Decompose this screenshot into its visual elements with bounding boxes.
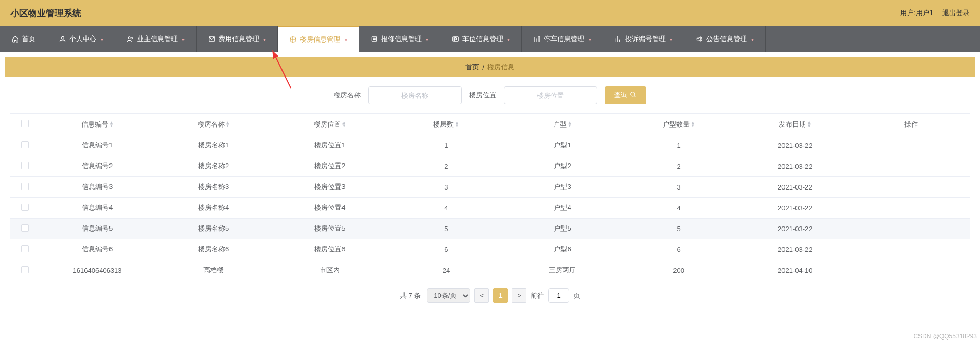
content-wrap: 首页 / 楼房信息 楼房名称 楼房位置 查询 信息编号楼房名称楼房位置楼层数户型… bbox=[0, 52, 980, 315]
nav-label: 楼房信息管理 bbox=[300, 35, 340, 44]
page-size-select[interactable]: 10条/页 bbox=[427, 288, 470, 303]
nav-item-2[interactable]: 业主信息管理▾ bbox=[115, 26, 197, 52]
search-name-input[interactable] bbox=[368, 86, 462, 104]
search-pos-input[interactable] bbox=[504, 86, 597, 104]
user-info[interactable]: 用户:用户1 bbox=[900, 8, 933, 18]
nav-label: 投诉编号管理 bbox=[625, 34, 666, 44]
table-row[interactable]: 信息编号6楼房名称6楼房位置66户型662021-03-22 bbox=[10, 239, 970, 260]
table-row[interactable]: 信息编号4楼房名称4楼房位置44户型442021-03-22 bbox=[10, 197, 970, 218]
page-jump-prefix: 前往 bbox=[531, 291, 544, 300]
table-row[interactable]: 信息编号1楼房名称1楼房位置11户型112021-03-22 bbox=[10, 135, 970, 156]
sort-icon[interactable] bbox=[691, 121, 695, 128]
nav-label: 费用信息管理 bbox=[218, 34, 259, 44]
data-table: 信息编号楼房名称楼房位置楼层数户型户型数量发布日期操作 信息编号1楼房名称1楼房… bbox=[10, 114, 970, 281]
complaint-icon bbox=[615, 35, 622, 43]
cell-name: 楼房名称6 bbox=[155, 239, 272, 260]
nav-item-8[interactable]: 投诉编号管理▾ bbox=[603, 26, 684, 52]
nav-item-1[interactable]: 个人中心▾ bbox=[47, 26, 115, 52]
nav-item-5[interactable]: 报修信息管理▾ bbox=[359, 26, 440, 52]
cell-date: 2021-03-22 bbox=[737, 218, 853, 239]
table-wrap: 信息编号楼房名称楼房位置楼层数户型户型数量发布日期操作 信息编号1楼房名称1楼房… bbox=[10, 113, 970, 281]
page-next-button[interactable]: > bbox=[512, 288, 526, 303]
row-checkbox[interactable] bbox=[21, 245, 29, 252]
app-title: 小区物业管理系统 bbox=[10, 7, 81, 19]
sort-icon[interactable] bbox=[226, 121, 230, 128]
col-header[interactable]: 楼房位置 bbox=[272, 114, 388, 135]
row-checkbox[interactable] bbox=[21, 141, 29, 148]
search-button[interactable]: 查询 bbox=[605, 86, 646, 104]
search-pos-label: 楼房位置 bbox=[469, 91, 496, 100]
row-checkbox[interactable] bbox=[21, 224, 29, 232]
nav-label: 首页 bbox=[22, 34, 35, 44]
sort-icon[interactable] bbox=[342, 121, 346, 128]
col-header[interactable]: 户型 bbox=[505, 114, 621, 135]
cell-name: 楼房名称1 bbox=[155, 135, 272, 156]
nav-label: 车位信息管理 bbox=[462, 34, 503, 44]
cell-name: 楼房名称5 bbox=[155, 218, 272, 239]
nav-item-3[interactable]: 费用信息管理▾ bbox=[197, 26, 278, 52]
nav-item-7[interactable]: 停车信息管理▾ bbox=[522, 26, 603, 52]
cell-id: 信息编号3 bbox=[39, 176, 155, 197]
page-number-button[interactable]: 1 bbox=[493, 288, 508, 303]
page-jump-input[interactable] bbox=[548, 288, 569, 303]
col-header[interactable]: 楼房名称 bbox=[155, 114, 272, 135]
row-checkbox[interactable] bbox=[21, 204, 29, 211]
nav-item-6[interactable]: 车位信息管理▾ bbox=[440, 26, 522, 52]
nav-item-9[interactable]: 公告信息管理▾ bbox=[684, 26, 766, 52]
svg-point-2 bbox=[62, 36, 64, 39]
cell-count: 3 bbox=[621, 176, 737, 197]
page-jump-suffix: 页 bbox=[573, 291, 580, 300]
svg-line-17 bbox=[634, 95, 636, 97]
cell-pos: 市区内 bbox=[272, 260, 388, 281]
svg-point-4 bbox=[131, 37, 132, 39]
sort-icon[interactable] bbox=[455, 121, 459, 128]
col-label: 楼层数 bbox=[433, 120, 454, 128]
search-icon bbox=[630, 91, 637, 100]
breadcrumb: 首页 / 楼房信息 bbox=[5, 57, 975, 77]
col-header[interactable]: 信息编号 bbox=[39, 114, 155, 135]
chevron-down-icon: ▾ bbox=[589, 36, 591, 42]
owner-icon bbox=[127, 35, 134, 43]
chevron-down-icon: ▾ bbox=[670, 36, 672, 42]
home-icon bbox=[11, 35, 19, 43]
table-row[interactable]: 信息编号3楼房名称3楼房位置33户型332021-03-22 bbox=[10, 176, 970, 197]
cell-actions bbox=[853, 197, 970, 218]
col-header[interactable]: 操作 bbox=[853, 114, 970, 135]
col-header[interactable]: 户型数量 bbox=[621, 114, 737, 135]
logout-link[interactable]: 退出登录 bbox=[942, 8, 970, 18]
table-row[interactable]: 1616406406313高档楼市区内24三房两厅2002021-04-10 bbox=[10, 260, 970, 281]
cell-actions bbox=[853, 218, 970, 239]
cell-pos: 楼房位置6 bbox=[272, 239, 388, 260]
nav-item-0[interactable]: 首页 bbox=[0, 26, 47, 52]
col-header[interactable]: 发布日期 bbox=[737, 114, 853, 135]
table-row[interactable]: 信息编号2楼房名称2楼房位置22户型222021-03-22 bbox=[10, 156, 970, 176]
col-label: 户型 bbox=[553, 120, 567, 128]
sort-icon[interactable] bbox=[807, 121, 811, 128]
col-header[interactable]: 楼层数 bbox=[388, 114, 504, 135]
breadcrumb-home[interactable]: 首页 bbox=[466, 62, 479, 72]
select-all-checkbox[interactable] bbox=[21, 120, 29, 127]
header-right: 用户:用户1 退出登录 bbox=[900, 8, 970, 18]
cell-floors: 4 bbox=[388, 197, 504, 218]
cell-count: 4 bbox=[621, 197, 737, 218]
cell-pos: 楼房位置3 bbox=[272, 176, 388, 197]
nav-label: 停车信息管理 bbox=[544, 34, 584, 44]
nav-item-4[interactable]: 楼房信息管理▾ bbox=[278, 26, 359, 52]
sort-icon[interactable] bbox=[568, 121, 572, 128]
sort-icon[interactable] bbox=[109, 121, 114, 128]
cell-name: 楼房名称3 bbox=[155, 176, 272, 197]
row-checkbox[interactable] bbox=[21, 183, 29, 190]
search-button-label: 查询 bbox=[614, 91, 628, 100]
parklot-icon bbox=[452, 35, 459, 43]
breadcrumb-current: 楼房信息 bbox=[487, 62, 514, 72]
cell-name: 楼房名称4 bbox=[155, 197, 272, 218]
row-checkbox[interactable] bbox=[21, 162, 29, 169]
table-row[interactable]: 信息编号5楼房名称5楼房位置55户型552021-03-22 bbox=[10, 218, 970, 239]
cell-pos: 楼房位置2 bbox=[272, 156, 388, 176]
chevron-down-icon: ▾ bbox=[751, 36, 754, 42]
cell-count: 2 bbox=[621, 156, 737, 176]
col-label: 楼房位置 bbox=[314, 120, 341, 128]
row-checkbox[interactable] bbox=[21, 266, 29, 273]
page-prev-button[interactable]: < bbox=[474, 288, 489, 303]
svg-point-3 bbox=[129, 37, 131, 39]
